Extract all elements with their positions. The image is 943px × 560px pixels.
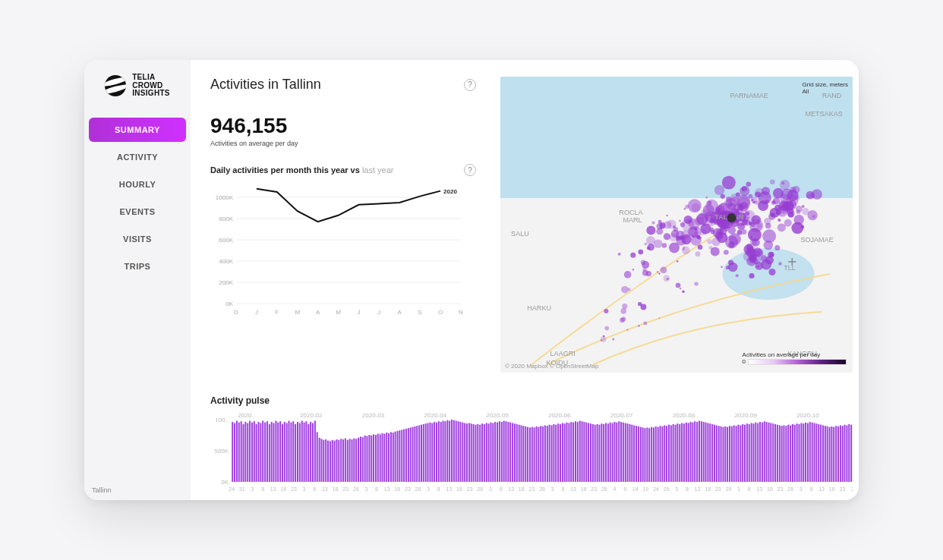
svg-rect-590 bbox=[716, 426, 718, 483]
svg-rect-607 bbox=[752, 423, 754, 482]
svg-rect-630 bbox=[803, 423, 804, 482]
svg-rect-507 bbox=[536, 426, 538, 482]
svg-rect-580 bbox=[694, 421, 695, 482]
line-chart-help-icon[interactable]: ? bbox=[464, 164, 476, 176]
svg-text:TLL: TLL bbox=[784, 264, 796, 272]
svg-text:2020: 2020 bbox=[443, 188, 457, 195]
svg-rect-542 bbox=[612, 423, 613, 483]
svg-text:600K: 600K bbox=[219, 237, 233, 244]
svg-rect-626 bbox=[794, 425, 796, 482]
svg-rect-476 bbox=[468, 423, 470, 483]
map-grid-value: All bbox=[803, 88, 848, 95]
svg-rect-442 bbox=[395, 432, 396, 482]
sidebar-item-hourly[interactable]: HOURLY bbox=[89, 172, 186, 197]
svg-rect-459 bbox=[431, 423, 433, 483]
help-icon[interactable]: ? bbox=[464, 79, 476, 91]
svg-rect-524 bbox=[572, 423, 574, 482]
svg-point-351 bbox=[727, 213, 736, 222]
svg-rect-633 bbox=[809, 422, 811, 482]
svg-rect-485 bbox=[488, 423, 490, 482]
svg-rect-504 bbox=[529, 427, 531, 482]
svg-rect-543 bbox=[613, 422, 615, 482]
svg-text:400K: 400K bbox=[219, 258, 233, 265]
map-colorbar-min: 0 bbox=[743, 358, 746, 365]
sidebar-item-visits[interactable]: VISITS bbox=[89, 227, 186, 251]
svg-text:N: N bbox=[459, 309, 463, 316]
svg-point-205 bbox=[780, 180, 790, 190]
svg-rect-618 bbox=[777, 425, 778, 482]
svg-rect-371 bbox=[241, 421, 242, 482]
map[interactable]: PARNAMAE RAND METSAKAS SOJAMAE TLL HARKU… bbox=[500, 77, 853, 373]
svg-text:2020-05: 2020-05 bbox=[486, 412, 509, 419]
svg-rect-367 bbox=[232, 422, 233, 482]
sidebar-item-events[interactable]: EVENTS bbox=[89, 200, 186, 224]
svg-rect-520 bbox=[564, 423, 566, 482]
map-grid-selector[interactable]: Grid size, meters All bbox=[803, 81, 848, 95]
svg-rect-511 bbox=[544, 426, 546, 483]
svg-rect-441 bbox=[393, 433, 394, 482]
svg-point-141 bbox=[757, 223, 762, 228]
sidebar-item-summary[interactable]: SUMMARY bbox=[89, 118, 186, 142]
sidebar-footer: Tallinn bbox=[84, 486, 191, 500]
svg-rect-457 bbox=[427, 423, 429, 483]
svg-rect-648 bbox=[842, 426, 844, 482]
svg-rect-598 bbox=[733, 426, 735, 483]
svg-text:18: 18 bbox=[767, 486, 773, 492]
svg-rect-375 bbox=[249, 421, 251, 483]
svg-rect-482 bbox=[481, 423, 483, 482]
svg-rect-418 bbox=[342, 439, 344, 482]
svg-rect-487 bbox=[492, 423, 494, 483]
svg-rect-475 bbox=[466, 423, 468, 482]
svg-rect-649 bbox=[844, 425, 846, 482]
svg-text:LAAGRI: LAAGRI bbox=[550, 350, 576, 357]
svg-rect-579 bbox=[692, 423, 693, 482]
svg-rect-571 bbox=[675, 425, 676, 482]
svg-rect-461 bbox=[436, 423, 437, 482]
svg-text:8: 8 bbox=[686, 486, 689, 492]
svg-rect-634 bbox=[812, 423, 813, 482]
svg-point-243 bbox=[676, 231, 684, 239]
svg-rect-635 bbox=[814, 423, 815, 483]
svg-point-253 bbox=[683, 248, 685, 250]
svg-rect-376 bbox=[251, 423, 253, 482]
svg-point-225 bbox=[646, 236, 655, 245]
svg-text:1000K: 1000K bbox=[216, 194, 234, 201]
svg-rect-414 bbox=[334, 441, 336, 482]
svg-rect-471 bbox=[458, 421, 459, 482]
svg-text:28: 28 bbox=[601, 486, 607, 492]
svg-rect-646 bbox=[837, 426, 839, 482]
svg-point-328 bbox=[638, 325, 639, 326]
svg-point-143 bbox=[736, 192, 740, 197]
svg-rect-411 bbox=[327, 441, 329, 482]
svg-point-176 bbox=[796, 209, 800, 214]
svg-text:18: 18 bbox=[280, 486, 286, 492]
sidebar-item-trips[interactable]: TRIPS bbox=[89, 254, 186, 278]
brand-swirl-icon bbox=[105, 75, 126, 96]
page-title-row: Activities in Tallinn ? bbox=[210, 77, 491, 93]
svg-point-246 bbox=[695, 251, 701, 256]
svg-text:14: 14 bbox=[632, 486, 639, 492]
svg-rect-503 bbox=[527, 427, 528, 482]
svg-point-224 bbox=[646, 225, 655, 234]
svg-point-277 bbox=[769, 252, 774, 256]
kpi-label: Activities on average per day bbox=[210, 140, 491, 147]
svg-point-232 bbox=[645, 243, 648, 246]
svg-text:31: 31 bbox=[239, 486, 245, 492]
svg-rect-588 bbox=[711, 424, 713, 482]
svg-rect-383 bbox=[266, 421, 268, 482]
svg-rect-387 bbox=[275, 421, 276, 483]
svg-point-300 bbox=[662, 243, 667, 248]
sidebar-item-activity[interactable]: ACTIVITY bbox=[89, 145, 186, 169]
svg-rect-382 bbox=[264, 423, 266, 482]
svg-rect-574 bbox=[681, 423, 683, 483]
svg-rect-560 bbox=[651, 427, 652, 482]
svg-rect-551 bbox=[631, 425, 632, 482]
svg-rect-548 bbox=[625, 423, 626, 483]
svg-text:MARL: MARL bbox=[623, 216, 642, 224]
svg-text:F: F bbox=[275, 309, 279, 316]
svg-rect-645 bbox=[835, 426, 837, 482]
svg-rect-395 bbox=[292, 421, 294, 482]
svg-point-308 bbox=[646, 271, 651, 276]
svg-rect-384 bbox=[269, 424, 270, 482]
activity-pulse-section: Activity pulse 2020..2020-022020-032020-… bbox=[210, 395, 853, 496]
